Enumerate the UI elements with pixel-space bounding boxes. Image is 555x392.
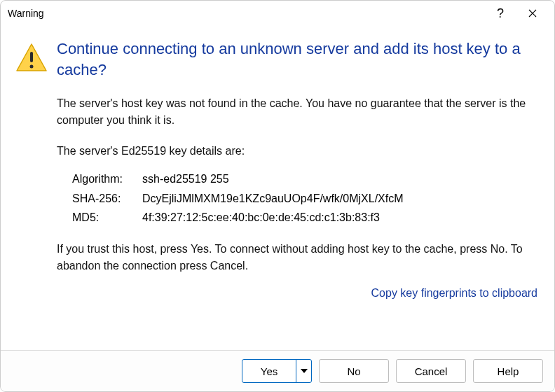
dialog-paragraph-2: The server's Ed25519 key details are: (57, 143, 537, 160)
copy-fingerprints-link[interactable]: Copy key fingerprints to clipboard (371, 287, 537, 299)
key-details: Algorithm: ssh-ed25519 255 SHA-256: DcyE… (72, 169, 537, 227)
no-button[interactable]: No (319, 359, 389, 383)
help-button[interactable]: Help (473, 359, 543, 383)
svg-point-1 (30, 65, 34, 69)
help-icon[interactable]: ? (484, 3, 516, 24)
titlebar: Warning ? (1, 1, 554, 26)
yes-button-label: Yes (242, 365, 296, 377)
detail-algorithm: Algorithm: ssh-ed25519 255 (72, 169, 537, 188)
detail-sha256: SHA-256: DcyEjliJMlMXM19e1KZc9auUOp4F/wf… (72, 189, 537, 208)
cancel-button[interactable]: Cancel (396, 359, 466, 383)
svg-rect-0 (30, 52, 33, 62)
dialog-body: Continue connecting to an unknown server… (57, 38, 537, 343)
dialog-paragraph-3: If you trust this host, press Yes. To co… (57, 241, 537, 274)
dialog-paragraph-1: The server's host key was not found in t… (57, 95, 537, 129)
icon-column (15, 38, 57, 343)
algorithm-label: Algorithm: (72, 169, 142, 188)
warning-icon (15, 41, 48, 75)
copy-link-row: Copy key fingerprints to clipboard (57, 287, 537, 300)
dialog-content: Continue connecting to an unknown server… (1, 26, 554, 350)
close-icon[interactable] (516, 3, 549, 24)
window-title: Warning (8, 8, 484, 19)
md5-label: MD5: (72, 208, 142, 227)
detail-md5: MD5: 4f:39:27:12:5c:ee:40:bc:0e:de:45:cd… (72, 208, 537, 227)
algorithm-value: ssh-ed25519 255 (142, 169, 537, 188)
sha256-value: DcyEjliJMlMXM19e1KZc9auUOp4F/wfk/0MjXL/X… (142, 189, 537, 208)
md5-value: 4f:39:27:12:5c:ee:40:bc:0e:de:45:cd:c1:3… (142, 208, 537, 227)
sha256-label: SHA-256: (72, 189, 142, 208)
yes-button[interactable]: Yes (242, 359, 312, 383)
dialog-footer: Yes No Cancel Help (1, 350, 554, 391)
dialog-headline: Continue connecting to an unknown server… (57, 38, 537, 80)
chevron-down-icon[interactable] (296, 360, 311, 382)
